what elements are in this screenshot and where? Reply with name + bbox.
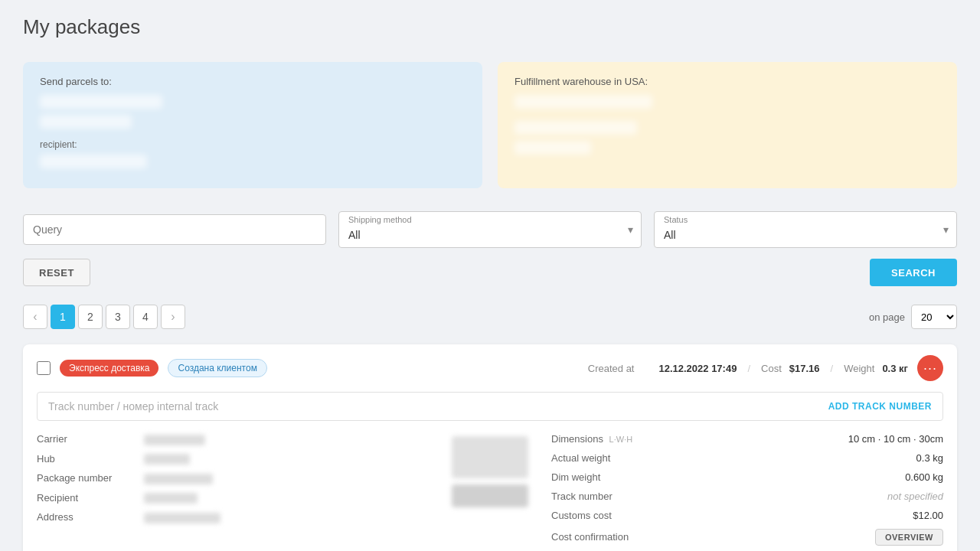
query-input[interactable] xyxy=(23,214,326,245)
overview-button[interactable]: OVERVIEW xyxy=(875,529,943,546)
dimensions-value: 10 cm · 10 cm · 30cm xyxy=(848,433,943,445)
send-parcels-blur-2 xyxy=(40,115,132,129)
dim-weight-value: 0.600 kg xyxy=(905,471,943,483)
shipping-method-label: Shipping method xyxy=(348,215,412,224)
carrier-row: Carrier xyxy=(37,433,429,445)
customs-cost-label: Customs cost xyxy=(551,510,612,521)
page-btn-4[interactable]: 4 xyxy=(133,305,158,329)
package-number-value xyxy=(144,472,213,484)
page-btn-3[interactable]: 3 xyxy=(106,305,130,329)
per-page-control: on page 20 50 100 xyxy=(869,305,957,329)
track-number-row: Track number not specified xyxy=(551,491,943,502)
add-track-number-button[interactable]: ADD TRACK NUMBER xyxy=(828,401,932,412)
recipient-blurred xyxy=(144,493,198,504)
address-value xyxy=(144,511,220,523)
address-row: Address xyxy=(37,511,429,523)
send-parcels-label: Send parcels to: xyxy=(40,76,466,87)
send-parcels-blur-1 xyxy=(40,95,162,109)
address-label: Address xyxy=(37,511,144,523)
package-card: Экспресс доставка Создана клиентом Creat… xyxy=(23,344,957,551)
hub-value xyxy=(144,453,190,465)
fulfillment-label: Fulfillment warehouse in USA: xyxy=(514,76,940,87)
package-checkbox[interactable] xyxy=(37,361,51,375)
send-parcels-card: Send parcels to: recipient: xyxy=(23,62,482,188)
hub-row: Hub xyxy=(37,453,429,465)
next-page-btn[interactable]: › xyxy=(161,305,185,329)
pagination: ‹ 1 2 3 4 › xyxy=(23,305,185,329)
details-right: Dimensions L·W·H 10 cm · 10 cm · 30cm Ac… xyxy=(551,433,943,551)
badge-express: Экспресс доставка xyxy=(60,360,158,377)
pagination-row: ‹ 1 2 3 4 › on page 20 50 100 xyxy=(23,305,957,329)
image-blur-1 xyxy=(452,436,528,478)
package-details: Carrier Hub Package number xyxy=(23,433,957,551)
carrier-blurred xyxy=(144,435,205,445)
recipient-row: Recipient xyxy=(37,492,429,504)
status-value: All xyxy=(664,229,676,241)
dimensions-label: Dimensions L·W·H xyxy=(551,433,632,445)
track-number-value: not specified xyxy=(887,491,943,502)
fulfillment-blur-1 xyxy=(514,95,652,109)
page-btn-1[interactable]: 1 xyxy=(51,305,75,329)
hub-label: Hub xyxy=(37,453,144,465)
action-buttons-row: RESET SEARCH xyxy=(23,259,957,286)
actual-weight-value: 0.3 kg xyxy=(916,452,943,464)
shipping-method-select[interactable]: Shipping method All ▾ xyxy=(338,211,642,248)
fulfillment-card: Fulfillment warehouse in USA: xyxy=(498,62,957,188)
package-number-row: Package number xyxy=(37,472,429,484)
dimensions-sub: L·W·H xyxy=(609,435,633,444)
page-btn-2[interactable]: 2 xyxy=(78,305,103,329)
filters-row: Shipping method All ▾ Status All ▾ xyxy=(23,211,957,248)
status-label: Status xyxy=(664,215,688,224)
info-cards-row: Send parcels to: recipient: Fulfillment … xyxy=(23,62,957,188)
dimensions-row: Dimensions L·W·H 10 cm · 10 cm · 30cm xyxy=(551,433,943,445)
track-input-placeholder: Track number / номер internal track xyxy=(48,400,828,412)
package-number-blurred xyxy=(144,474,213,484)
package-image xyxy=(452,436,528,507)
fulfillment-blur-3 xyxy=(514,141,591,155)
carrier-value xyxy=(144,433,205,445)
dim-weight-row: Dim weight 0.600 kg xyxy=(551,471,943,483)
shipping-method-arrow-icon: ▾ xyxy=(628,223,633,236)
page-title: My packages xyxy=(23,15,957,39)
hub-blurred xyxy=(144,454,190,465)
cost-label: Cost xyxy=(761,363,782,374)
cost-value: $17.16 xyxy=(789,363,820,374)
package-image-container xyxy=(444,433,536,551)
customs-cost-row: Customs cost $12.00 xyxy=(551,510,943,521)
cost-confirmation-row: Cost confirmation OVERVIEW xyxy=(551,529,943,546)
track-number-label: Track number xyxy=(551,491,612,502)
status-select[interactable]: Status All ▾ xyxy=(654,211,957,248)
dim-weight-label: Dim weight xyxy=(551,471,600,483)
on-page-label: on page xyxy=(869,311,905,323)
weight-value: 0.3 кг xyxy=(882,363,908,374)
address-blurred xyxy=(144,513,220,523)
search-button[interactable]: SEARCH xyxy=(870,259,957,286)
package-number-label: Package number xyxy=(37,472,144,484)
created-date: 12.12.2022 17:49 xyxy=(658,363,737,374)
more-options-button[interactable]: ··· xyxy=(917,355,943,381)
shipping-method-value: All xyxy=(348,229,361,241)
details-left-fields: Carrier Hub Package number xyxy=(37,433,429,551)
cost-confirmation-label: Cost confirmation xyxy=(551,531,629,543)
badge-created: Создана клиентом xyxy=(168,359,266,377)
track-input-row: Track number / номер internal track ADD … xyxy=(37,392,943,421)
prev-page-btn[interactable]: ‹ xyxy=(23,305,47,329)
package-header: Экспресс доставка Создана клиентом Creat… xyxy=(23,344,957,392)
recipient-label: recipient: xyxy=(40,139,466,150)
image-blur-2 xyxy=(452,484,528,507)
weight-label: Weight xyxy=(844,363,874,374)
fulfillment-blur-2 xyxy=(514,121,637,135)
carrier-label: Carrier xyxy=(37,433,144,445)
package-meta: Created at 12.12.2022 17:49 / Cost $17.1… xyxy=(588,363,908,374)
customs-cost-value: $12.00 xyxy=(913,510,943,521)
actual-weight-row: Actual weight 0.3 kg xyxy=(551,452,943,464)
recipient-label-field: Recipient xyxy=(37,492,144,504)
reset-button[interactable]: RESET xyxy=(23,259,90,286)
recipient-value xyxy=(144,492,198,504)
created-at-label: Created at xyxy=(588,363,635,374)
per-page-select[interactable]: 20 50 100 xyxy=(911,305,957,329)
actual-weight-label: Actual weight xyxy=(551,452,610,464)
send-parcels-blur-3 xyxy=(40,155,147,168)
status-arrow-icon: ▾ xyxy=(943,223,949,236)
